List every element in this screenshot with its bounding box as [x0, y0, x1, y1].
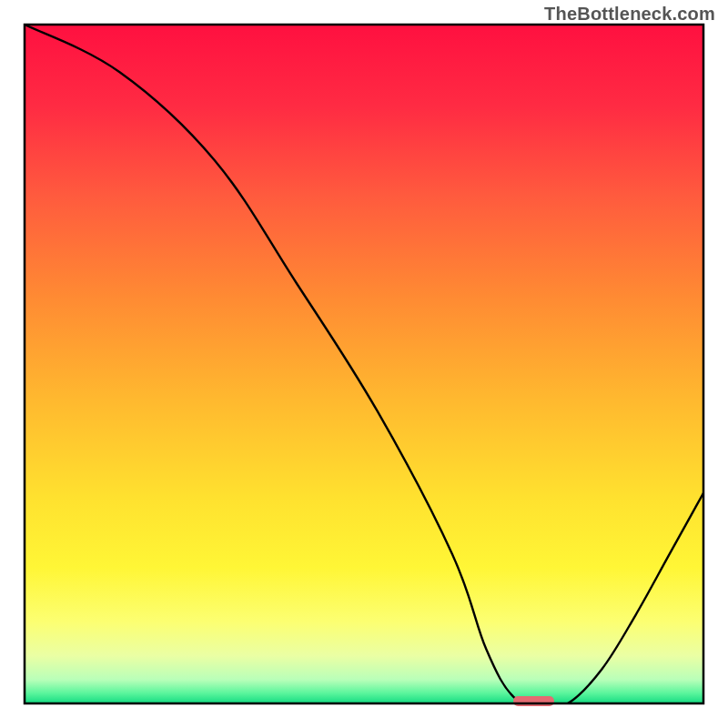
gradient-background	[25, 25, 703, 703]
bottleneck-chart	[0, 0, 728, 728]
chart-container: TheBottleneck.com	[0, 0, 728, 728]
optimal-marker	[513, 696, 554, 706]
watermark-text: TheBottleneck.com	[544, 4, 715, 25]
